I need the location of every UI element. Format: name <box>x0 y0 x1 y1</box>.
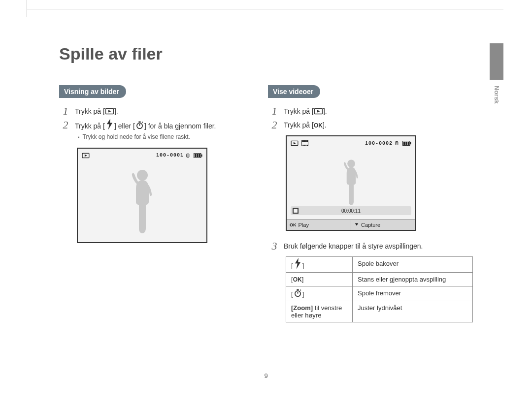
battery-icon <box>402 141 411 146</box>
table-key: [] <box>286 257 353 273</box>
flash-icon <box>294 260 302 267</box>
svg-point-18 <box>137 170 148 181</box>
svg-rect-32 <box>305 145 305 145</box>
step-1-right: 1 Trykk på []. <box>270 106 473 117</box>
step-3-right: 3 Bruk følgende knapper til å styre avsp… <box>270 241 473 252</box>
svg-rect-30 <box>302 145 303 145</box>
step-2-right: 2 Trykk på [OK]. <box>270 120 473 130</box>
svg-line-6 <box>142 122 143 123</box>
side-tab-label: Norsk <box>493 82 500 107</box>
table-key: [Zoom] til venstre eller høyre <box>286 301 353 322</box>
text: [ <box>291 290 293 298</box>
table-row: [] Spole fremover <box>286 286 473 301</box>
svg-rect-17 <box>199 154 200 157</box>
timer-icon <box>135 122 144 129</box>
table-row: [] Spole bakover <box>286 257 473 273</box>
lcd-status-bar: 100-0001 <box>82 152 202 159</box>
footer-capture: Capture <box>351 220 415 230</box>
lcd-footer: OK Play Capture <box>287 219 415 230</box>
silhouette-figure <box>338 158 364 207</box>
svg-rect-42 <box>408 142 409 145</box>
stop-icon <box>293 208 299 214</box>
lcd-preview-photo: 100-0001 <box>77 148 207 243</box>
page-number: 9 <box>264 372 267 379</box>
timer-icon <box>294 289 302 296</box>
svg-rect-14 <box>201 155 202 157</box>
svg-rect-48 <box>297 289 299 290</box>
step-2-left: 2 Trykk på [] eller [] for å bla gjennom… <box>61 120 233 131</box>
text: Trykk på [ <box>75 122 105 130</box>
voice-memo-icon <box>186 153 192 158</box>
silhouette-figure <box>125 167 160 236</box>
page-title: Spille av filer <box>59 44 473 63</box>
svg-marker-2 <box>107 119 112 130</box>
svg-marker-8 <box>85 155 87 157</box>
lcd-preview-video: 100-0002 <box>286 135 416 231</box>
down-icon <box>354 222 359 228</box>
crop-mark-top <box>27 9 503 9</box>
playback-icon <box>105 108 114 115</box>
right-column: Vise videoer 1 Trykk på []. 2 Trykk på [… <box>268 85 473 322</box>
svg-marker-22 <box>294 142 296 144</box>
svg-line-49 <box>300 289 301 290</box>
svg-marker-1 <box>108 110 111 113</box>
controls-table: [] Spole bakover [OK] Stans eller gjenop… <box>286 256 473 322</box>
battery-icon <box>194 153 202 158</box>
file-counter: 100-0001 <box>156 153 184 158</box>
svg-rect-31 <box>303 145 304 145</box>
svg-marker-20 <box>317 110 320 113</box>
ok-icon: OK <box>293 276 302 283</box>
section-pill-images: Visning av bilder <box>59 85 126 98</box>
elapsed-time: 00:00:11 <box>341 208 361 214</box>
svg-rect-33 <box>306 145 307 145</box>
text: Trykk på [ <box>284 107 314 115</box>
svg-rect-5 <box>138 122 140 123</box>
video-file-icon <box>301 140 308 146</box>
svg-rect-16 <box>197 154 199 157</box>
playback-icon <box>314 108 323 115</box>
step-1-left: 1 Trykk på []. <box>61 106 233 117</box>
table-value: Juster lydnivået <box>353 301 473 322</box>
voice-memo-icon <box>395 140 400 146</box>
svg-point-43 <box>347 160 355 168</box>
step-number: 2 <box>270 120 279 130</box>
text: ] for å bla gjennom filer. <box>144 122 216 130</box>
crop-mark-left <box>27 0 27 17</box>
text: Trykk på [ <box>284 121 314 129</box>
side-language-tab: Norsk <box>490 43 503 109</box>
step-body: Trykk på [] eller [] for å bla gjennom f… <box>75 120 216 131</box>
playback-mode-icon <box>291 140 299 146</box>
step-body: Trykk på []. <box>75 106 118 117</box>
svg-rect-28 <box>305 141 305 141</box>
text: ] <box>302 262 304 269</box>
section-pill-videos: Vise videoer <box>268 85 320 98</box>
text: ]. <box>114 107 118 115</box>
svg-rect-41 <box>405 142 407 145</box>
svg-rect-27 <box>303 141 304 141</box>
file-counter: 100-0002 <box>365 141 393 146</box>
footer-play-label: Play <box>299 222 309 228</box>
sub-note-text: Trykk og hold nede for å vise filene ras… <box>83 133 190 141</box>
sub-note: Trykk og hold nede for å vise filene ras… <box>78 133 233 141</box>
step-body: Trykk på [OK]. <box>284 120 327 130</box>
left-column: Visning av bilder 1 Trykk på []. 2 Trykk… <box>59 85 233 322</box>
footer-play: OK Play <box>287 220 351 230</box>
svg-rect-26 <box>302 141 303 141</box>
table-key: [] <box>286 286 353 301</box>
video-time-bar: 00:00:11 <box>291 206 411 215</box>
step-number: 1 <box>270 106 279 117</box>
playback-mode-icon <box>82 153 90 158</box>
step-number: 2 <box>61 120 70 130</box>
table-value: Spole bakover <box>353 257 473 273</box>
step-number: 1 <box>61 106 70 117</box>
step-number: 3 <box>270 241 279 252</box>
text: ]. <box>323 121 327 129</box>
side-tab-block <box>490 43 503 80</box>
text: Trykk på [ <box>75 107 105 115</box>
table-value: Spole fremover <box>353 286 473 301</box>
svg-rect-15 <box>195 154 197 157</box>
ok-small-icon: OK <box>290 222 297 227</box>
svg-rect-40 <box>403 142 405 145</box>
svg-marker-44 <box>355 223 359 225</box>
text: ]. <box>323 107 327 115</box>
